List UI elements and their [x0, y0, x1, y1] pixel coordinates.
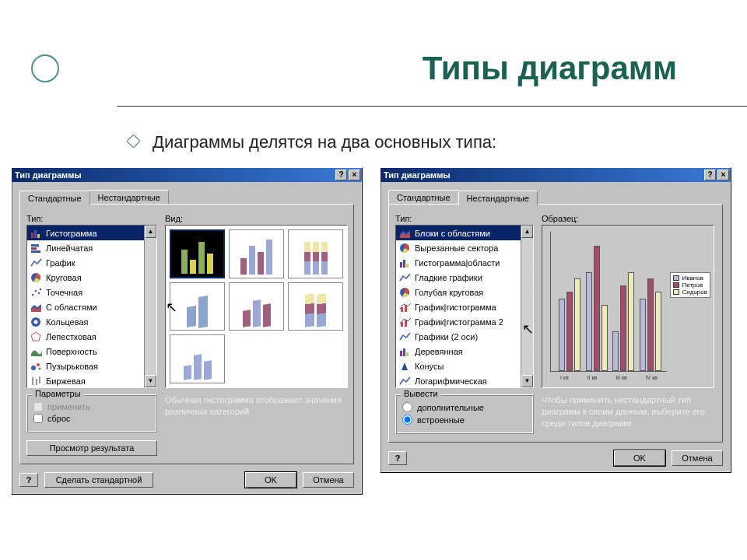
- chart-type-item-label: Вырезанные сектора: [415, 243, 498, 253]
- chart-type-item[interactable]: Конусы: [396, 359, 521, 373]
- chart-type-item-label: Блоки с областями: [415, 229, 490, 238]
- help-button[interactable]: ?: [704, 170, 716, 180]
- sample-chart-preview: I квII квIII квIV кв ИвановПетровСидоров: [542, 225, 714, 388]
- reset-checkbox[interactable]: сброс: [33, 414, 150, 423]
- chart-type-item[interactable]: Гладкие графики: [396, 270, 521, 285]
- chart-bar: [612, 331, 619, 371]
- chart-bar: [586, 272, 592, 372]
- x-tick-label: II кв: [587, 375, 598, 380]
- slide-bullet: Диаграммы делятся на два основных типа:: [128, 132, 496, 152]
- line-icon: [30, 257, 43, 268]
- custom-type-description: Чтобы применить нестандартный тип диагра…: [542, 394, 714, 429]
- chart-type-item[interactable]: Биржевая: [27, 373, 144, 387]
- chart-bar: [640, 299, 646, 372]
- scroll-up-button[interactable]: ▲: [521, 226, 533, 238]
- chart-type-listbox[interactable]: ГистограммаЛинейчатаяГрафикКруговаяТочеч…: [26, 225, 157, 388]
- chart-type-item[interactable]: Голубая круговая: [396, 285, 521, 299]
- tab-custom[interactable]: Нестандартные: [89, 190, 169, 205]
- scrollbar[interactable]: ▲ ▼: [144, 226, 156, 387]
- svg-rect-4: [31, 247, 37, 250]
- tab-standard[interactable]: Стандартные: [388, 190, 459, 205]
- scroll-track[interactable]: [145, 238, 156, 375]
- builtin-radio[interactable]: встроенные: [402, 415, 527, 425]
- donut-icon: [30, 317, 43, 327]
- chart-type-item[interactable]: Графики (2 оси): [396, 329, 521, 344]
- svg-point-9: [38, 292, 40, 294]
- ok-button[interactable]: OK: [245, 472, 296, 488]
- chart-type-item[interactable]: Кольцевая: [27, 314, 144, 329]
- context-help-button[interactable]: ?: [19, 473, 38, 487]
- ok-button[interactable]: OK: [614, 450, 665, 466]
- context-help-button[interactable]: ?: [388, 451, 407, 465]
- scroll-down-button[interactable]: ▼: [521, 375, 533, 387]
- tab-standard[interactable]: Стандартные: [19, 191, 90, 205]
- chart-type-item[interactable]: Логарифмическая: [396, 373, 521, 387]
- chart-bar: [628, 272, 634, 372]
- chart-type-item-label: Гистограмма|области: [415, 258, 500, 268]
- chart-type-item[interactable]: Вырезанные сектора: [396, 240, 521, 255]
- output-group-title: Вывести: [401, 389, 441, 398]
- chart-bar: [655, 292, 661, 371]
- make-standard-button[interactable]: Сделать стандартной: [44, 472, 153, 488]
- subtype-description: Обычная гистограмма отображает значения …: [165, 394, 348, 424]
- chart-type-item[interactable]: График|гистограмма 2: [396, 314, 521, 329]
- subtype-thumb[interactable]: [229, 282, 284, 331]
- chart-type-item[interactable]: Деревянная: [396, 344, 521, 359]
- titlebar[interactable]: Тип диаграммы ? ×: [381, 168, 731, 182]
- chart-type-item[interactable]: График: [27, 255, 144, 270]
- slide-circle-decor: [31, 54, 59, 82]
- scroll-down-button[interactable]: ▼: [145, 375, 156, 387]
- extra-radio[interactable]: дополнительные: [402, 402, 527, 412]
- chart-type-item[interactable]: Пузырьковая: [27, 359, 144, 373]
- close-button[interactable]: ×: [349, 170, 360, 180]
- chart-bar: [647, 278, 654, 371]
- chart-type-item-label: Гладкие графики: [415, 273, 482, 282]
- chart-type-item[interactable]: График|гистограмма: [396, 299, 521, 314]
- subtype-thumb[interactable]: [229, 229, 284, 278]
- preview-result-button[interactable]: Просмотр результата: [26, 440, 157, 456]
- chart-subtype-grid[interactable]: [165, 225, 348, 388]
- x-tick-label: IV кв: [646, 375, 658, 380]
- chart-bar: [601, 305, 608, 371]
- svg-point-16: [31, 366, 36, 370]
- titlebar[interactable]: Тип диаграммы ? ×: [12, 168, 362, 182]
- bars-icon: [30, 228, 43, 239]
- chart-type-item-label: Конусы: [415, 362, 444, 371]
- chart-type-item[interactable]: Гистограмма|области: [396, 255, 521, 270]
- legend-item-label: Иванов: [682, 275, 703, 282]
- subtype-thumb[interactable]: [170, 334, 225, 383]
- svg-marker-15: [31, 332, 40, 341]
- cancel-button[interactable]: Отмена: [672, 450, 723, 466]
- chart-bar: [574, 278, 580, 371]
- chart-type-item-label: График: [46, 258, 75, 268]
- legend-item: Иванов: [673, 275, 707, 282]
- chart-type-item[interactable]: С областями: [27, 299, 144, 314]
- scrollbar[interactable]: ▲ ▼: [521, 226, 533, 387]
- cone-icon: [399, 361, 412, 372]
- close-button[interactable]: ×: [717, 170, 729, 180]
- chart-type-item[interactable]: Линейчатая: [27, 240, 144, 255]
- chart-type-item-label: Деревянная: [415, 347, 463, 356]
- chart-type-item[interactable]: Гистограмма: [27, 226, 144, 240]
- scroll-track[interactable]: [521, 238, 533, 375]
- tab-custom[interactable]: Нестандартные: [458, 191, 538, 205]
- help-button[interactable]: ?: [335, 170, 347, 180]
- chart-type-item[interactable]: Лепестковая: [27, 329, 144, 344]
- subtype-thumb[interactable]: [288, 229, 343, 278]
- chart-bar: [559, 299, 565, 372]
- chart-type-listbox[interactable]: Блоки с областямиВырезанные сектораГисто…: [395, 225, 534, 388]
- chart-type-item[interactable]: Поверхность: [27, 344, 144, 359]
- cancel-button[interactable]: Отмена: [303, 472, 354, 488]
- subtype-thumb[interactable]: [288, 282, 343, 331]
- svg-rect-5: [31, 250, 40, 253]
- subtype-thumb[interactable]: [170, 229, 225, 278]
- chart-type-item[interactable]: Круговая: [27, 270, 144, 285]
- scatter-icon: [30, 287, 43, 298]
- x-tick-label: I кв: [560, 375, 569, 380]
- subtype-thumb[interactable]: [170, 282, 225, 331]
- chart-type-dialog-standard: Тип диаграммы ? × Стандартные Нестандарт…: [11, 167, 363, 495]
- scroll-up-button[interactable]: ▲: [145, 226, 156, 238]
- chart-type-item[interactable]: Точечная: [27, 285, 144, 299]
- chart-type-item[interactable]: Блоки с областями: [396, 226, 521, 240]
- stock-icon: [30, 376, 43, 387]
